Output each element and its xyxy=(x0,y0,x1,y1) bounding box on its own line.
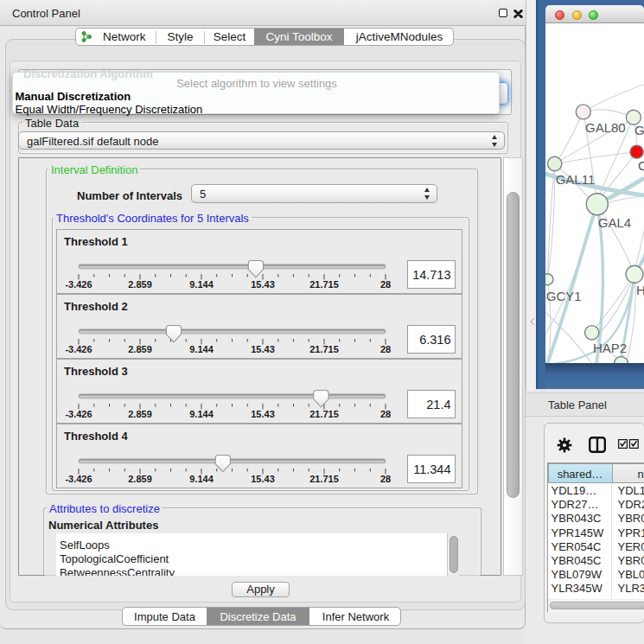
svg-text:21.715: 21.715 xyxy=(309,344,339,354)
svg-text:2.859: 2.859 xyxy=(128,279,152,290)
svg-text:-3.426: -3.426 xyxy=(65,474,92,484)
svg-text:-3.426: -3.426 xyxy=(65,344,92,354)
svg-text:28: 28 xyxy=(380,279,391,290)
svg-text:15.43: 15.43 xyxy=(251,279,275,290)
svg-text:28: 28 xyxy=(380,344,391,354)
svg-text:15.43: 15.43 xyxy=(251,344,275,354)
svg-text:GAL4: GAL4 xyxy=(598,215,631,230)
svg-text:21.715: 21.715 xyxy=(309,474,339,484)
svg-text:21.715: 21.715 xyxy=(309,409,339,419)
svg-text:GAL11: GAL11 xyxy=(556,172,596,187)
svg-text:C: C xyxy=(638,158,644,173)
svg-text:15.43: 15.43 xyxy=(251,474,275,484)
svg-text:9.144: 9.144 xyxy=(189,409,214,419)
svg-text:HAP2: HAP2 xyxy=(593,341,627,355)
svg-text:-3.426: -3.426 xyxy=(65,279,92,290)
svg-text:28: 28 xyxy=(380,474,391,484)
svg-text:-3.426: -3.426 xyxy=(65,409,92,419)
svg-text:9.144: 9.144 xyxy=(189,344,214,354)
svg-text:2.859: 2.859 xyxy=(128,344,152,354)
svg-text:2.859: 2.859 xyxy=(128,474,152,484)
svg-text:21.715: 21.715 xyxy=(309,279,339,290)
svg-text:15.43: 15.43 xyxy=(251,409,275,419)
svg-text:H: H xyxy=(636,283,644,297)
svg-text:9.144: 9.144 xyxy=(189,474,214,484)
svg-text:GA: GA xyxy=(634,123,644,137)
svg-text:GCY1: GCY1 xyxy=(546,289,582,303)
svg-text:GAL80: GAL80 xyxy=(585,120,626,135)
svg-text:2.859: 2.859 xyxy=(128,409,152,419)
svg-text:28: 28 xyxy=(380,409,391,419)
svg-text:9.144: 9.144 xyxy=(189,279,214,290)
